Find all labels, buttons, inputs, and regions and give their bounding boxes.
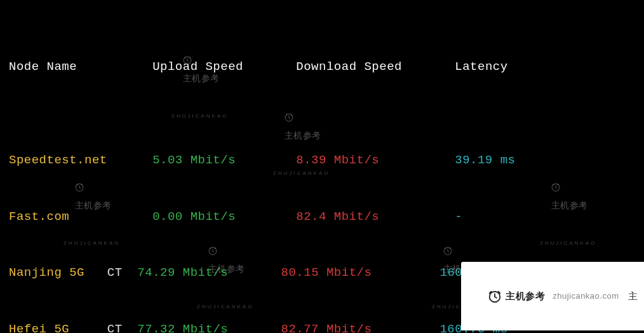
upload-speed: 74.29 Mbit/s [137, 266, 228, 280]
watermark-text: 主机参考 [285, 130, 321, 140]
latency: - [455, 210, 462, 224]
table-header: Node Name Upload Speed Download Speed La… [9, 58, 639, 77]
terminal-output: Node Name Upload Speed Download Speed La… [0, 0, 644, 333]
download-speed: 82.77 Mbit/s [281, 322, 372, 334]
col-upload: Upload Speed [152, 60, 243, 74]
svg-point-4 [209, 247, 217, 255]
carrier: CT [107, 266, 123, 280]
node-name: Fast.com [9, 210, 69, 224]
col-download: Download Speed [296, 60, 402, 74]
watermark-sub: ZHUJICANKAO [540, 234, 596, 253]
col-latency: Latency [455, 60, 507, 74]
corner-tail: 主 [628, 287, 638, 306]
svg-point-3 [552, 184, 560, 191]
node-name: Hefei 5G [9, 322, 69, 334]
table-row: Speedtest.net 5.03 Mbit/s 8.39 Mbit/s 39… [9, 151, 639, 170]
watermark-sub: ZHUJICANKAO [64, 234, 120, 253]
carrier: CT [107, 322, 123, 334]
node-name: Speedtest.net [9, 153, 107, 167]
download-speed: 8.39 Mbit/s [296, 153, 379, 167]
col-node: Node Name [9, 60, 77, 74]
corner-domain: zhujicankao.com [553, 287, 619, 306]
watermark-sub: ZHUJICANKAO [197, 297, 253, 316]
watermark-icon: 主机参考 ZHUJICANKAO [171, 32, 228, 163]
corner-badge: 主机参考 zhujicankao.com 主 [461, 262, 644, 331]
corner-text: 主机参考 [506, 287, 545, 306]
upload-speed: 5.03 Mbit/s [152, 153, 236, 167]
svg-point-2 [76, 184, 83, 191]
download-speed: 80.15 Mbit/s [281, 266, 372, 280]
table-row: Fast.com 0.00 Mbit/s 82.4 Mbit/s - [9, 208, 639, 227]
clock-icon [470, 268, 502, 325]
upload-speed: 77.32 Mbit/s [137, 322, 228, 334]
latency: 39.19 ms [455, 153, 515, 167]
download-speed: 82.4 Mbit/s [296, 210, 379, 224]
svg-point-1 [285, 114, 293, 121]
svg-point-5 [444, 247, 452, 255]
node-name: Nanjing 5G [9, 266, 84, 280]
watermark-sub: ZHUJICANKAO [171, 107, 228, 126]
upload-speed: 0.00 Mbit/s [152, 210, 236, 224]
